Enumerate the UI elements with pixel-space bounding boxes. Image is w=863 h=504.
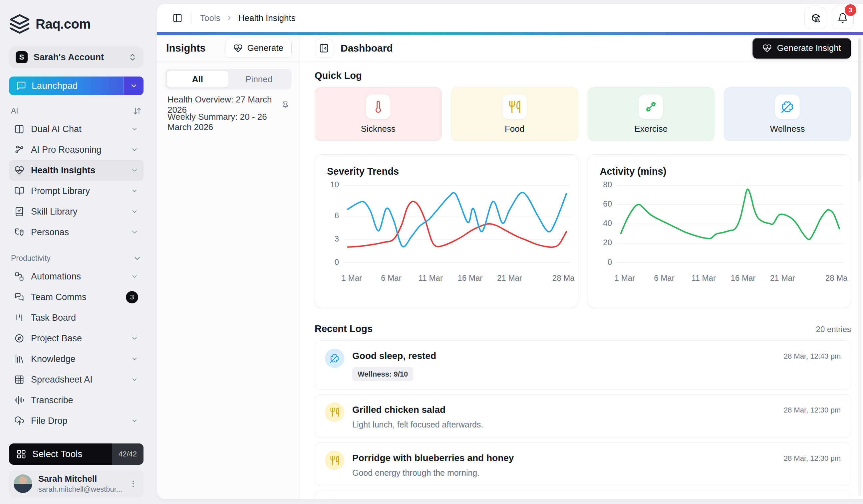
breadcrumb-parent[interactable]: Tools [200, 13, 221, 23]
generate-button[interactable]: Generate [225, 39, 292, 57]
svg-text:28 Mar: 28 Mar [552, 273, 575, 282]
notification-badge: 3 [845, 4, 856, 16]
quick-log-card-sickness[interactable]: Sickness [315, 87, 442, 141]
network-icon [14, 145, 24, 155]
generate-insight-button[interactable]: Generate Insight [752, 38, 851, 59]
chevron-down-icon [131, 335, 138, 342]
sidebar-item-task-board[interactable]: Task Board [9, 307, 143, 328]
quick-log-heading: Quick Log [315, 70, 851, 81]
sidebar-item-health-insights[interactable]: Health Insights [9, 160, 143, 181]
dashboard-title: Dashboard [341, 42, 393, 54]
launchpad-label: Launchpad [32, 80, 78, 91]
launchpad-dropdown[interactable] [124, 77, 143, 95]
cloud-upload-icon [14, 416, 24, 426]
sidebar-item-transcribe[interactable]: Transcribe [9, 390, 143, 411]
launchpad-button[interactable]: Launchpad [9, 77, 143, 95]
utensils-icon [508, 100, 521, 114]
sidebar-item-project-base[interactable]: Project Base [9, 328, 143, 349]
chevron-down-icon [130, 82, 138, 90]
sidebar-item-spreadsheet-ai[interactable]: Spreadsheet AI [9, 369, 143, 390]
insights-header: Insights Generate [157, 35, 300, 62]
log-entry[interactable]: Grilled chicken saladLight lunch, felt f… [315, 394, 851, 438]
account-switcher[interactable]: S Sarah's Account [9, 47, 143, 68]
account-label: Sarah's Account [34, 52, 122, 63]
chart-title: Activity (mins) [597, 166, 848, 177]
chart-card: Activity (mins)0204060801 Mar6 Mar11 Mar… [588, 154, 851, 308]
log-subtitle: Light lunch, felt focused afterwards. [352, 420, 776, 429]
sidebar-item-team-comms[interactable]: Team Comms3 [9, 287, 143, 307]
log-entry[interactable]: Morning [315, 491, 851, 499]
sidebar-item-skill-library[interactable]: Skill Library [9, 201, 143, 222]
sidebar: Raq.com S Sarah's Account Launchpad AIDu… [0, 0, 157, 504]
user-name: Sarah Mitchell [38, 474, 123, 484]
log-body: Grilled chicken saladLight lunch, felt f… [352, 402, 776, 429]
svg-text:21 Mar: 21 Mar [497, 273, 522, 282]
kanban-icon [14, 313, 24, 323]
sidebar-item-label: Skill Library [31, 207, 124, 217]
quick-log-card-wellness[interactable]: Wellness [724, 87, 851, 141]
quick-log-card-food[interactable]: Food [451, 87, 578, 141]
scrollbar-track[interactable] [858, 38, 861, 496]
dashboard-panel: Dashboard Generate Insight Quick Log Sic… [300, 35, 863, 499]
launchpad-main[interactable]: Launchpad [9, 77, 124, 95]
select-tools-main[interactable]: Select Tools [9, 443, 112, 465]
heart-pulse-icon [234, 43, 243, 53]
sidebar-item-label: File Drop [31, 416, 124, 426]
topbar-divider [191, 12, 191, 24]
tab-pinned[interactable]: Pinned [228, 71, 290, 88]
chevron-down-icon [131, 187, 138, 195]
quick-log-icon-tile [775, 94, 800, 119]
scrollbar-thumb[interactable] [858, 38, 861, 181]
content-card: Tools Health Insights 3 Insights [157, 4, 863, 499]
pin-icon [282, 101, 289, 109]
collapse-panel-button[interactable] [315, 39, 333, 57]
kebab-menu-icon[interactable] [129, 479, 138, 488]
sidebar-section-header: AI [11, 106, 141, 115]
chevron-down-icon [133, 254, 141, 263]
sidebar-toggle-button[interactable] [170, 10, 185, 26]
log-title: Good sleep, rested [352, 351, 776, 361]
panel-left-icon [173, 13, 183, 23]
message-dots-icon [16, 81, 26, 91]
log-body: Morning [352, 499, 833, 499]
svg-text:0: 0 [607, 258, 612, 267]
sidebar-item-label: Spreadsheet AI [31, 375, 124, 385]
sidebar-item-ai-pro-reasoning[interactable]: AI Pro Reasoning [9, 139, 143, 160]
drama-icon [14, 227, 24, 237]
notifications-button[interactable]: 3 [832, 7, 854, 29]
table-icon [14, 375, 24, 385]
log-entry[interactable]: Good sleep, restedWellness: 9/1028 Mar, … [315, 340, 851, 390]
clover-icon [781, 100, 794, 114]
chevron-down-icon [131, 376, 138, 383]
log-entry[interactable]: Porridge with blueberries and honeyGood … [315, 442, 851, 486]
sidebar-item-personas[interactable]: Personas [9, 222, 143, 243]
recent-logs-header: Recent Logs 20 entries [315, 323, 851, 334]
svg-text:16 Mar: 16 Mar [458, 273, 483, 282]
log-title: Grilled chicken salad [352, 404, 776, 415]
sidebar-item-dual-ai-chat[interactable]: Dual AI Chat [9, 119, 143, 139]
tab-all[interactable]: All [167, 71, 228, 88]
sidebar-item-automations[interactable]: Automations [9, 266, 143, 287]
topbar: Tools Health Insights 3 [157, 4, 863, 32]
svg-text:6 Mar: 6 Mar [654, 273, 674, 282]
sidebar-item-knowledge[interactable]: Knowledge [9, 349, 143, 369]
sidebar-item-label: Transcribe [31, 395, 138, 405]
brand-name: Raq.com [36, 17, 90, 31]
columns-icon [14, 124, 24, 134]
select-tools-button[interactable]: Select Tools 42/42 [9, 443, 143, 465]
svg-text:21 Mar: 21 Mar [770, 273, 795, 282]
sidebar-item-file-drop[interactable]: File Drop [9, 411, 143, 431]
package-search-button[interactable] [804, 7, 826, 29]
insight-list-item[interactable]: Health Overview: 27 March 2026 [165, 96, 292, 114]
user-card[interactable]: Sarah Mitchell sarah.mitchell@westbur... [9, 470, 143, 497]
recent-logs-count: 20 entries [816, 325, 851, 334]
sidebar-section-header[interactable]: Productivity [11, 254, 141, 263]
insights-title: Insights [166, 42, 206, 54]
package-search-icon [810, 13, 821, 23]
log-title: Porridge with blueberries and honey [352, 453, 776, 463]
unread-badge: 3 [126, 291, 138, 303]
svg-text:20: 20 [603, 238, 612, 247]
quick-log-card-exercise[interactable]: Exercise [588, 87, 715, 141]
insight-list-item[interactable]: Weekly Summary: 20 - 26 March 2026 [165, 114, 292, 131]
sidebar-item-prompt-library[interactable]: Prompt Library [9, 181, 143, 201]
